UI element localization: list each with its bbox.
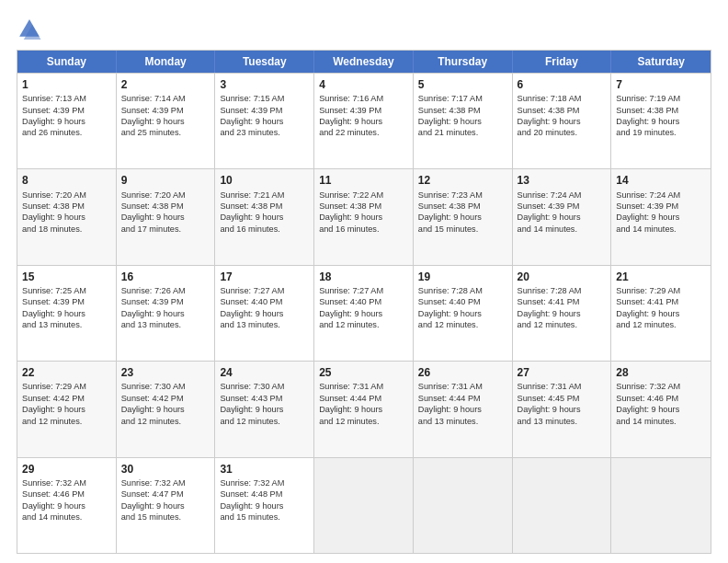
day-number: 16 xyxy=(121,270,210,284)
day-info: Sunrise: 7:32 AM xyxy=(121,477,210,488)
calendar-cell: 21Sunrise: 7:29 AMSunset: 4:41 PMDayligh… xyxy=(611,266,711,361)
day-info: Sunrise: 7:25 AM xyxy=(22,285,111,296)
day-info: and 12 minutes. xyxy=(121,416,210,427)
calendar-row-week-2: 8Sunrise: 7:20 AMSunset: 4:38 PMDaylight… xyxy=(17,168,711,264)
day-info: Sunset: 4:46 PM xyxy=(22,488,111,500)
day-info: Sunset: 4:40 PM xyxy=(220,296,309,307)
calendar-cell: 31Sunrise: 7:32 AMSunset: 4:48 PMDayligh… xyxy=(215,458,314,553)
day-info: Sunrise: 7:22 AM xyxy=(319,190,408,201)
day-info: and 12 minutes. xyxy=(518,319,607,330)
header-day-thursday: Thursday xyxy=(414,51,513,73)
day-info: and 23 minutes. xyxy=(220,127,309,138)
day-info: Sunset: 4:38 PM xyxy=(220,201,309,212)
day-info: Sunrise: 7:20 AM xyxy=(121,190,210,201)
day-info: and 13 minutes. xyxy=(121,319,210,330)
day-info: Sunset: 4:40 PM xyxy=(418,296,507,307)
day-info: and 16 minutes. xyxy=(220,224,309,235)
day-number: 19 xyxy=(418,270,507,284)
logo-icon xyxy=(17,17,42,42)
day-info: Daylight: 9 hours xyxy=(121,308,210,319)
day-info: Sunset: 4:44 PM xyxy=(418,393,507,404)
header-day-friday: Friday xyxy=(513,51,612,73)
calendar-row-week-1: 1Sunrise: 7:13 AMSunset: 4:39 PMDaylight… xyxy=(17,73,711,168)
day-number: 4 xyxy=(319,77,408,92)
calendar-cell: 17Sunrise: 7:27 AMSunset: 4:40 PMDayligh… xyxy=(215,266,314,361)
day-info: Sunrise: 7:32 AM xyxy=(220,477,309,488)
day-info: Sunset: 4:43 PM xyxy=(220,393,309,404)
day-info: Daylight: 9 hours xyxy=(518,212,607,223)
day-number: 21 xyxy=(616,270,706,284)
calendar-row-week-4: 22Sunrise: 7:29 AMSunset: 4:42 PMDayligh… xyxy=(17,361,711,456)
calendar-cell: 7Sunrise: 7:19 AMSunset: 4:38 PMDaylight… xyxy=(611,74,711,168)
day-number: 14 xyxy=(616,173,706,188)
day-number: 2 xyxy=(121,77,210,92)
calendar-cell: 30Sunrise: 7:32 AMSunset: 4:47 PMDayligh… xyxy=(117,458,216,553)
day-number: 26 xyxy=(418,365,507,380)
day-info: and 26 minutes. xyxy=(22,127,111,138)
day-info: Sunset: 4:39 PM xyxy=(518,201,607,212)
calendar-cell: 24Sunrise: 7:30 AMSunset: 4:43 PMDayligh… xyxy=(215,362,314,456)
day-info: Daylight: 9 hours xyxy=(319,212,408,223)
page: SundayMondayTuesdayWednesdayThursdayFrid… xyxy=(0,0,728,563)
day-number: 24 xyxy=(220,365,309,380)
day-info: Daylight: 9 hours xyxy=(616,308,706,319)
day-info: and 14 minutes. xyxy=(22,511,111,523)
day-info: Daylight: 9 hours xyxy=(220,212,309,223)
day-info: Daylight: 9 hours xyxy=(220,116,309,127)
calendar-cell: 11Sunrise: 7:22 AMSunset: 4:38 PMDayligh… xyxy=(314,169,414,264)
calendar-cell: 2Sunrise: 7:14 AMSunset: 4:39 PMDaylight… xyxy=(117,74,216,168)
day-info: and 18 minutes. xyxy=(22,224,111,235)
day-info: Daylight: 9 hours xyxy=(616,116,706,127)
day-info: Daylight: 9 hours xyxy=(418,116,507,127)
day-number: 1 xyxy=(22,77,111,92)
day-info: Daylight: 9 hours xyxy=(418,212,507,223)
calendar-cell: 12Sunrise: 7:23 AMSunset: 4:38 PMDayligh… xyxy=(414,169,513,264)
day-info: Sunset: 4:44 PM xyxy=(319,393,408,404)
day-info: Sunrise: 7:24 AM xyxy=(518,190,607,201)
day-info: Sunrise: 7:16 AM xyxy=(319,93,408,104)
day-info: and 15 minutes. xyxy=(220,511,309,523)
day-info: Sunrise: 7:24 AM xyxy=(616,190,706,201)
header-day-tuesday: Tuesday xyxy=(215,51,314,73)
day-info: Daylight: 9 hours xyxy=(616,404,706,415)
header xyxy=(17,17,711,42)
day-info: Sunset: 4:39 PM xyxy=(616,201,706,212)
calendar-row-week-5: 29Sunrise: 7:32 AMSunset: 4:46 PMDayligh… xyxy=(17,457,711,553)
day-number: 9 xyxy=(121,173,210,188)
day-info: and 16 minutes. xyxy=(319,224,408,235)
day-info: Sunrise: 7:29 AM xyxy=(22,381,111,392)
day-info: Daylight: 9 hours xyxy=(616,212,706,223)
calendar-row-week-3: 15Sunrise: 7:25 AMSunset: 4:39 PMDayligh… xyxy=(17,265,711,361)
header-day-sunday: Sunday xyxy=(17,51,117,73)
day-info: Sunrise: 7:15 AM xyxy=(220,93,309,104)
logo xyxy=(17,17,46,42)
day-info: Sunset: 4:42 PM xyxy=(121,393,210,404)
day-info: Daylight: 9 hours xyxy=(22,404,111,415)
day-number: 25 xyxy=(319,365,408,380)
day-info: Sunrise: 7:26 AM xyxy=(121,285,210,296)
calendar-cell xyxy=(611,458,711,553)
calendar-cell: 9Sunrise: 7:20 AMSunset: 4:38 PMDaylight… xyxy=(117,169,216,264)
day-info: Daylight: 9 hours xyxy=(22,116,111,127)
calendar-cell xyxy=(513,458,612,553)
day-info: and 14 minutes. xyxy=(616,416,706,427)
calendar-cell: 18Sunrise: 7:27 AMSunset: 4:40 PMDayligh… xyxy=(314,266,414,361)
day-info: Sunrise: 7:30 AM xyxy=(220,381,309,392)
day-number: 5 xyxy=(418,77,507,92)
day-number: 12 xyxy=(418,173,507,188)
day-info: Daylight: 9 hours xyxy=(22,500,111,511)
day-info: Daylight: 9 hours xyxy=(518,404,607,415)
day-info: Sunset: 4:38 PM xyxy=(418,201,507,212)
header-day-wednesday: Wednesday xyxy=(314,51,414,73)
day-info: Daylight: 9 hours xyxy=(518,116,607,127)
day-number: 17 xyxy=(220,270,309,284)
day-info: Sunset: 4:39 PM xyxy=(22,105,111,116)
calendar-header: SundayMondayTuesdayWednesdayThursdayFrid… xyxy=(17,51,711,73)
day-info: Sunrise: 7:28 AM xyxy=(518,285,607,296)
day-info: Sunset: 4:40 PM xyxy=(319,296,408,307)
day-info: and 13 minutes. xyxy=(518,416,607,427)
day-info: Daylight: 9 hours xyxy=(418,404,507,415)
day-info: Sunrise: 7:18 AM xyxy=(518,93,607,104)
day-info: Sunset: 4:38 PM xyxy=(22,201,111,212)
day-info: Sunset: 4:45 PM xyxy=(518,393,607,404)
